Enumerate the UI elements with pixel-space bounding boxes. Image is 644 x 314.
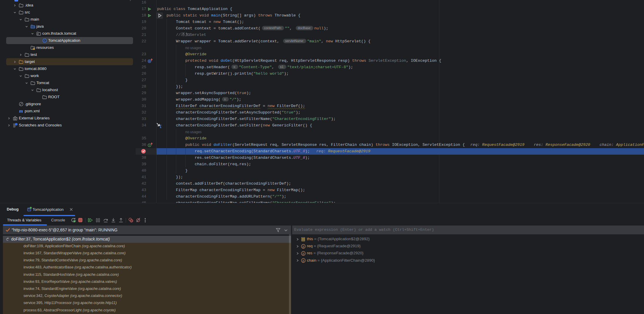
svg-text:p: p [302,245,304,248]
svg-text:m: m [19,109,23,113]
svg-text:p: p [302,259,304,262]
svg-text:p: p [302,252,304,255]
svg-text:C: C [44,39,46,42]
